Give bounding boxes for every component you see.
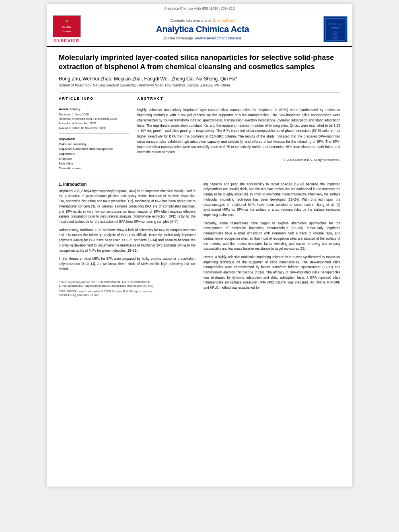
journal-center: Contents lists available at ScienceDirec…: [83, 18, 322, 40]
body-left-column: 1. Introduction Bisphenol A (2,2-bis(4-h…: [59, 182, 195, 297]
keyword-1: Molecular imprinting: [59, 142, 129, 147]
journal-emblem: ANALYTICA CHIMICA ACTA A: [323, 16, 348, 42]
intro-para-3: In the literature, most MIPs for BPA wer…: [59, 257, 195, 272]
abstract-label: ABSTRACT: [137, 97, 340, 101]
info-divider: [59, 104, 129, 104]
received-revised-date: Received in revised form 3 November 2009: [59, 117, 129, 121]
footnote-issn: 0003-2670/$ – see front matter © 2009 El…: [59, 290, 195, 293]
accepted-date: Accepted 4 November 2009: [59, 121, 129, 125]
abstract-paragraph: Highly selective molecularly imprinted l…: [137, 107, 340, 155]
journal-homepage: journal homepage: www.elsevier.com/locat…: [87, 36, 318, 40]
keyword-4: Shampoo: [59, 156, 129, 161]
sciencedirect-line: Contents lists available at ScienceDirec…: [87, 18, 318, 23]
article-content: Molecularly imprinted layer-coated silic…: [47, 47, 352, 303]
keyword-2: Bisphenol A-imprinted silica nanoparticl…: [59, 147, 129, 152]
article-meta-section: ARTICLE INFO Article history: Received 1…: [59, 97, 340, 171]
history-label: Article history:: [59, 107, 129, 111]
affiliation: School of Pharmacy, Nanjing Medical Univ…: [59, 83, 340, 87]
svg-text:Crepidam: Crepidam: [62, 30, 71, 32]
footnote-doi: doi:10.1016/j.aca.2009.11.008: [59, 293, 195, 297]
body-right-column: ing capacity and poor site accessibility…: [204, 182, 340, 297]
right-para-1: ing capacity and poor site accessibility…: [204, 182, 340, 218]
article-info-label: ARTICLE INFO: [59, 97, 129, 101]
intro-para-2: Unfortunately, traditional SPE sorbents …: [59, 228, 195, 254]
keyword-6: Cosmetic cream: [59, 166, 129, 171]
sciencedirect-link[interactable]: ScienceDirect: [212, 18, 235, 23]
keywords-label: Keywords:: [59, 137, 129, 141]
keyword-5: Bath lotion: [59, 161, 129, 166]
article-page: Analytica Chimica Acta 658 (2010) 209–21…: [47, 4, 352, 487]
page-header: Analytica Chimica Acta 658 (2010) 209–21…: [47, 4, 352, 12]
svg-text:Ne Ultra: Ne Ultra: [62, 26, 71, 28]
right-para-2: Recently, some researchers have begun to…: [204, 221, 340, 252]
copyright: © 2009 Elsevier B.V. All rights reserved…: [137, 158, 340, 162]
elsevier-wordmark: ELSEVIER: [54, 38, 79, 43]
footnote-corresponding: * Corresponding author. Tel.: +86 258685…: [59, 280, 195, 284]
keywords-divider: [59, 134, 129, 134]
journal-logo-right: ANALYTICA CHIMICA ACTA A: [322, 16, 348, 42]
elsevier-emblem: 🌳 Ne Ultra Crepidam: [53, 15, 81, 37]
svg-text:🌳: 🌳: [65, 20, 69, 23]
journal-title: Analytica Chimica Acta: [87, 24, 318, 35]
abstract-text: Highly selective molecularly imprinted l…: [137, 107, 340, 155]
authors: Rong Zhu, Wenhui Zhao, Meijuan Zhai, Fan…: [59, 76, 340, 82]
body-columns: 1. Introduction Bisphenol A (2,2-bis(4-h…: [59, 182, 340, 297]
body-content: 1. Introduction Bisphenol A (2,2-bis(4-h…: [59, 177, 340, 297]
right-para-3: Herein, a highly selective molecular imp…: [204, 255, 340, 291]
footnote-email: E-mail addresses: huqin@njmu.edu.cn, huq…: [59, 284, 195, 288]
introduction-heading: 1. Introduction: [59, 182, 195, 187]
elsevier-logo: 🌳 Ne Ultra Crepidam ELSEVIER: [51, 15, 83, 43]
article-info-column: ARTICLE INFO Article history: Received 1…: [59, 97, 129, 171]
svg-text:ACTA: ACTA: [332, 31, 338, 33]
homepage-url[interactable]: www.elsevier.com/locate/aca: [195, 36, 241, 40]
keywords-section: Keywords: Molecular imprinting Bisphenol…: [59, 137, 129, 171]
keyword-3: Bisphenol A: [59, 152, 129, 156]
footnote-section: * Corresponding author. Tel.: +86 258685…: [59, 278, 195, 297]
received-date: Received 1 June 2009: [59, 112, 129, 117]
article-title: Molecularly imprinted layer-coated silic…: [59, 53, 340, 72]
svg-text:CHIMICA: CHIMICA: [330, 27, 341, 29]
abstract-column: ABSTRACT Highly selective molecularly im…: [137, 97, 340, 171]
journal-citation: Analytica Chimica Acta 658 (2010) 209–21…: [164, 6, 234, 10]
abstract-divider: [137, 104, 340, 104]
article-history: Article history: Received 1 June 2009 Re…: [59, 107, 129, 130]
journal-header: 🌳 Ne Ultra Crepidam ELSEVIER Contents li…: [47, 12, 352, 47]
divider: [59, 92, 340, 92]
intro-para-1: Bisphenol A (2,2-bis(4-hydroxyphenyl)pro…: [59, 189, 195, 225]
available-date: Available online 10 November 2009: [59, 126, 129, 130]
svg-text:ANALYTICA: ANALYTICA: [328, 23, 342, 25]
